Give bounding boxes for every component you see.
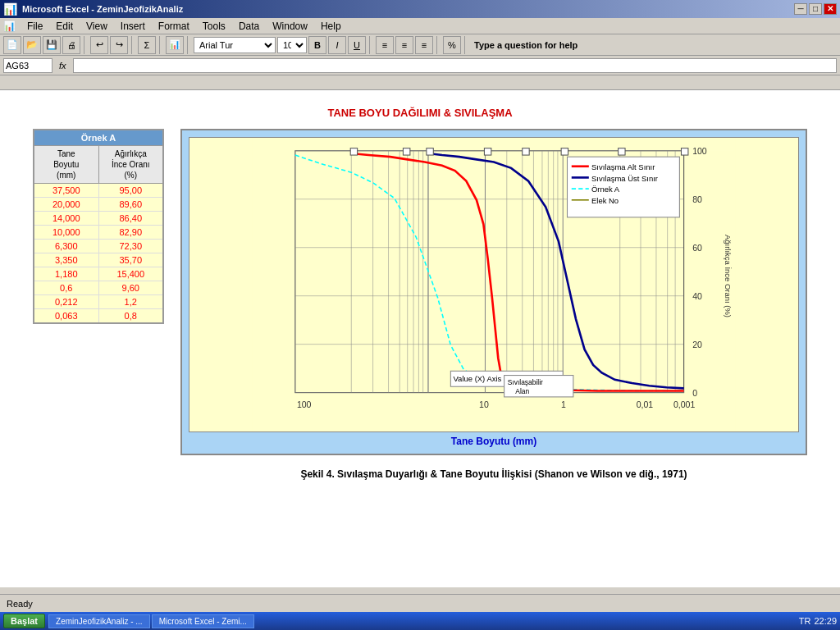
tane-9: 0,212 bbox=[34, 295, 99, 308]
font-select[interactable]: Arial Tur bbox=[194, 37, 276, 53]
svg-text:Sıvılaşma Üst Sınır: Sıvılaşma Üst Sınır bbox=[591, 174, 658, 183]
svg-text:0,01: 0,01 bbox=[637, 399, 654, 409]
table-row: 14,000 86,40 bbox=[34, 212, 162, 226]
svg-text:Elek No: Elek No bbox=[591, 196, 619, 205]
tane-2: 20,000 bbox=[34, 198, 99, 211]
oran-4: 82,90 bbox=[99, 226, 163, 239]
menu-bar: 📊 File Edit View Insert Format Tools Dat… bbox=[0, 18, 840, 34]
table-header: Örnek A bbox=[34, 130, 162, 146]
col-oran: Ağırlıkçaİnce Oranı(%) bbox=[99, 146, 163, 183]
underline-btn[interactable]: U bbox=[348, 36, 366, 54]
new-btn[interactable]: 📄 bbox=[3, 36, 21, 54]
toolbar-standard: 📄 📂 💾 🖨 ↩ ↪ Σ 📊 Arial Tur 10 B I U ≡ ≡ ≡… bbox=[0, 34, 840, 56]
svg-text:Ağırlıkça İnce Oranı (%): Ağırlıkça İnce Oranı (%) bbox=[724, 235, 733, 317]
svg-text:0: 0 bbox=[692, 388, 697, 398]
undo-btn[interactable]: ↩ bbox=[90, 36, 108, 54]
sep3 bbox=[159, 36, 162, 54]
align-left-btn[interactable]: ≡ bbox=[376, 36, 394, 54]
save-btn[interactable]: 💾 bbox=[43, 36, 61, 54]
svg-rect-66 bbox=[484, 148, 491, 155]
italic-btn[interactable]: I bbox=[328, 36, 346, 54]
table-col-headers: TaneBoyutu(mm) Ağırlıkçaİnce Oranı(%) bbox=[34, 146, 162, 184]
oran-9: 1,2 bbox=[99, 295, 163, 308]
sep7 bbox=[464, 36, 468, 54]
bold-btn[interactable]: B bbox=[308, 36, 326, 54]
fontsize-select[interactable]: 10 bbox=[277, 37, 307, 53]
fx-button[interactable]: fx bbox=[56, 61, 70, 71]
col-tane: TaneBoyutu(mm) bbox=[34, 146, 99, 183]
tane-8: 0,6 bbox=[34, 281, 99, 294]
sum-btn[interactable]: Σ bbox=[138, 36, 156, 54]
open-btn[interactable]: 📂 bbox=[23, 36, 41, 54]
question-help: Type a question for help bbox=[471, 40, 581, 50]
redo-btn[interactable]: ↪ bbox=[110, 36, 128, 54]
table-row: 37,500 95,00 bbox=[34, 184, 162, 198]
tane-4: 10,000 bbox=[34, 226, 99, 239]
chart-wrapper: 100 80 60 40 20 0 Ağırlıkça İnce Oranı (… bbox=[180, 129, 807, 480]
svg-rect-64 bbox=[403, 148, 409, 155]
menu-window[interactable]: Window bbox=[266, 19, 314, 34]
svg-text:Sıvılaşma Alt Sınır: Sıvılaşma Alt Sınır bbox=[591, 162, 655, 171]
table-row: 0,6 9,60 bbox=[34, 281, 162, 295]
minimize-button[interactable]: ─ bbox=[794, 3, 807, 15]
tane-6: 3,350 bbox=[34, 253, 99, 267]
svg-rect-63 bbox=[350, 148, 357, 155]
sep4 bbox=[187, 36, 190, 54]
data-table: Örnek A TaneBoyutu(mm) Ağırlıkçaİnce Ora… bbox=[33, 129, 164, 324]
table-row: 10,000 82,90 bbox=[34, 226, 162, 240]
oran-7: 15,400 bbox=[99, 267, 163, 281]
sep1 bbox=[84, 36, 87, 54]
svg-rect-68 bbox=[561, 148, 568, 155]
sep6 bbox=[436, 36, 440, 54]
svg-text:Sıvılaşabilir: Sıvılaşabilir bbox=[508, 378, 543, 386]
svg-text:10: 10 bbox=[479, 399, 489, 409]
window-controls: ─ □ ✕ bbox=[794, 3, 837, 15]
menu-data[interactable]: Data bbox=[232, 19, 266, 34]
menu-tools[interactable]: Tools bbox=[196, 19, 232, 34]
menu-format[interactable]: Format bbox=[152, 19, 196, 34]
align-right-btn[interactable]: ≡ bbox=[415, 36, 433, 54]
content-area: Örnek A TaneBoyutu(mm) Ağırlıkçaİnce Ora… bbox=[33, 129, 807, 480]
tane-10: 0,063 bbox=[34, 309, 99, 322]
chart-svg: 100 80 60 40 20 0 Ağırlıkça İnce Oranı (… bbox=[189, 138, 798, 431]
chart-btn[interactable]: 📊 bbox=[166, 36, 184, 54]
percent-btn[interactable]: % bbox=[443, 36, 461, 54]
svg-text:100: 100 bbox=[297, 399, 312, 409]
svg-rect-65 bbox=[427, 148, 433, 155]
menu-help[interactable]: Help bbox=[314, 19, 348, 34]
window-title: Microsoft Excel - ZeminJeofizikAnaliz bbox=[22, 4, 183, 14]
table-row: 1,180 15,400 bbox=[34, 267, 162, 281]
sheet-tabs bbox=[0, 75, 840, 90]
tane-3: 14,000 bbox=[34, 212, 99, 225]
sep5 bbox=[369, 36, 372, 54]
restore-button[interactable]: □ bbox=[809, 3, 822, 15]
menu-view[interactable]: View bbox=[80, 19, 114, 34]
chart-container[interactable]: 100 80 60 40 20 0 Ağırlıkça İnce Oranı (… bbox=[180, 129, 807, 455]
formula-bar: AG63 fx bbox=[0, 56, 840, 75]
oran-3: 86,40 bbox=[99, 212, 163, 225]
menu-file[interactable]: File bbox=[21, 19, 49, 34]
tane-1: 37,500 bbox=[34, 184, 99, 197]
chart-x-label: Tane Boyutu (mm) bbox=[189, 436, 799, 447]
oran-6: 35,70 bbox=[99, 253, 163, 267]
formula-input[interactable] bbox=[73, 58, 837, 73]
svg-text:0,001: 0,001 bbox=[673, 399, 695, 409]
chart-title: TANE BOYU DAĞILIMI & SIVILAŞMA bbox=[33, 107, 807, 119]
align-center-btn[interactable]: ≡ bbox=[395, 36, 413, 54]
svg-text:100: 100 bbox=[692, 146, 707, 156]
print-btn[interactable]: 🖨 bbox=[62, 36, 80, 54]
menu-insert[interactable]: Insert bbox=[114, 19, 152, 34]
table-row: 0,063 0,8 bbox=[34, 309, 162, 322]
cell-reference[interactable]: AG63 bbox=[3, 58, 52, 73]
svg-text:40: 40 bbox=[692, 291, 702, 301]
oran-2: 89,60 bbox=[99, 198, 163, 211]
svg-text:Alan: Alan bbox=[515, 387, 529, 395]
excel-content: TANE BOYU DAĞILIMI & SIVILAŞMA Örnek A T… bbox=[0, 90, 840, 587]
oran-10: 0,8 bbox=[99, 309, 163, 322]
svg-rect-67 bbox=[523, 148, 529, 155]
svg-text:60: 60 bbox=[692, 243, 702, 253]
close-button[interactable]: ✕ bbox=[824, 3, 837, 15]
menu-edit[interactable]: Edit bbox=[49, 19, 80, 34]
svg-rect-70 bbox=[681, 148, 687, 155]
oran-8: 9,60 bbox=[99, 281, 163, 294]
